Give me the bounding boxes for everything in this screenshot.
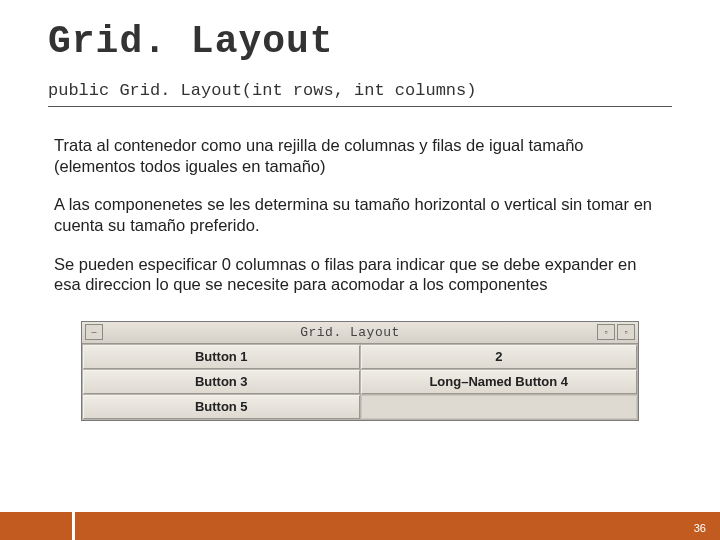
window-titlebar: – Grid. Layout ▫ ▫ bbox=[82, 322, 638, 344]
demo-window: – Grid. Layout ▫ ▫ Button 1 2 Button 3 L… bbox=[81, 321, 639, 421]
restore-icon[interactable]: ▫ bbox=[597, 324, 615, 340]
window-title: Grid. Layout bbox=[106, 325, 594, 340]
grid-button-2[interactable]: 2 bbox=[361, 345, 638, 369]
grid-button-1[interactable]: Button 1 bbox=[83, 345, 360, 369]
paragraph-2: A las componenetes se les determina su t… bbox=[48, 194, 672, 235]
grid-button-4[interactable]: Long–Named Button 4 bbox=[361, 370, 638, 394]
footer-bar: 36 bbox=[0, 512, 720, 540]
minimize-icon[interactable]: – bbox=[85, 324, 103, 340]
constructor-signature: public Grid. Layout(int rows, int column… bbox=[48, 81, 672, 107]
close-icon[interactable]: ▫ bbox=[617, 324, 635, 340]
paragraph-1: Trata al contenedor como una rejilla de … bbox=[48, 135, 672, 176]
page-number: 36 bbox=[694, 522, 706, 534]
grid-button-5[interactable]: Button 5 bbox=[83, 395, 360, 419]
slide-title: Grid. Layout bbox=[48, 20, 672, 63]
grid-layout-area: Button 1 2 Button 3 Long–Named Button 4 … bbox=[82, 344, 638, 420]
paragraph-3: Se pueden especificar 0 columnas o filas… bbox=[48, 254, 672, 295]
grid-empty-cell bbox=[361, 395, 638, 419]
grid-button-3[interactable]: Button 3 bbox=[83, 370, 360, 394]
